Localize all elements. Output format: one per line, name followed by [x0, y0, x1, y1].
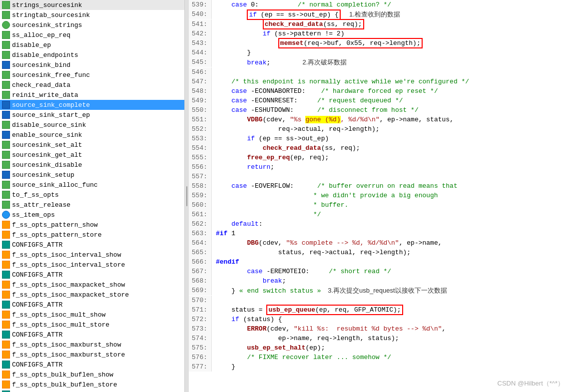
sidebar-item-1[interactable]: stringtab_sourcesink [0, 10, 184, 20]
line-content-569: } « end switch status » 3.再次提交usb_reques… [212, 286, 570, 296]
sidebar-icon-13 [2, 131, 10, 139]
sidebar: strings_sourcesinkstringtab_sourcesinkso… [0, 0, 185, 392]
sidebar-label-34: f_ss_opts_isoc_maxburst_show [12, 341, 121, 349]
sidebar-item-38[interactable]: f_ss_opts_bulk_buflen_store [0, 380, 184, 390]
sidebar-item-28[interactable]: f_ss_opts_isoc_maxpacket_show [0, 280, 184, 290]
code-line-568: 568: break; [189, 276, 570, 286]
sidebar-icon-0 [2, 1, 10, 9]
line-number-571: 571: [189, 305, 212, 315]
line-number-569: 569: [189, 286, 212, 295]
sidebar-item-15[interactable]: sourcesink_get_alt [0, 150, 184, 160]
line-number-553: 553: [189, 134, 212, 143]
sidebar-item-26[interactable]: f_ss_opts_isoc_interval_store [0, 260, 184, 270]
line-number-550: 550: [189, 105, 212, 115]
sidebar-item-6[interactable]: sourcesink_bind [0, 60, 184, 70]
resize-handle[interactable] [185, 0, 189, 392]
line-number-567: 567: [189, 267, 212, 276]
line-number-557: 557: [189, 172, 212, 181]
sidebar-item-21[interactable]: ss_item_ops [0, 210, 184, 220]
sidebar-item-31[interactable]: f_ss_opts_isoc_mult_show [0, 310, 184, 320]
line-number-549: 549: [189, 96, 212, 105]
sidebar-icon-38 [2, 381, 10, 389]
sidebar-item-0[interactable]: strings_sourcesink [0, 0, 184, 10]
sidebar-label-28: f_ss_opts_isoc_maxpacket_show [12, 281, 125, 289]
sidebar-icon-32 [2, 321, 10, 329]
sidebar-item-20[interactable]: ss_attr_release [0, 200, 184, 210]
sidebar-item-37[interactable]: f_ss_opts_bulk_buflen_show [0, 370, 184, 380]
line-content-572: if (status) { [212, 315, 570, 324]
sidebar-item-24[interactable]: CONFIGFS_ATTR [0, 240, 184, 250]
line-content-576: /* FIXME recover later ... somehow */ [212, 353, 570, 362]
sidebar-label-27: CONFIGFS_ATTR [12, 271, 62, 279]
line-number-556: 556: [189, 162, 212, 172]
sidebar-item-8[interactable]: check_read_data [0, 80, 184, 90]
sidebar-item-39[interactable]: CONFIGFS_ATTR [0, 390, 184, 392]
line-content-553: if (ep == ss->out_ep) [212, 134, 570, 143]
sidebar-label-17: sourcesink_setup [12, 171, 74, 179]
sidebar-item-33[interactable]: CONFIGFS_ATTR [0, 330, 184, 340]
sidebar-item-3[interactable]: ss_alloc_ep_req [0, 30, 184, 40]
sidebar-item-2[interactable]: sourcesink_strings [0, 20, 184, 30]
sidebar-item-25[interactable]: f_ss_opts_isoc_interval_show [0, 250, 184, 260]
sidebar-item-12[interactable]: disable_source_sink [0, 120, 184, 130]
sidebar-label-9: reinit_write_data [12, 91, 78, 99]
line-number-568: 568: [189, 276, 212, 286]
sidebar-item-23[interactable]: f_ss_opts_pattern_store [0, 230, 184, 240]
sidebar-icon-33 [2, 331, 10, 339]
line-content-545: break; 2.再次破坏数据 [212, 57, 570, 67]
sidebar-item-5[interactable]: disable_endpoints [0, 50, 184, 60]
line-number-540: 540: [189, 9, 212, 19]
code-line-562: 562: default: [189, 219, 570, 229]
line-content-573: ERROR(cdev, "kill %s: resubmit %d bytes … [212, 324, 570, 334]
code-line-577: 577: } [189, 362, 570, 372]
sidebar-item-34[interactable]: f_ss_opts_isoc_maxburst_show [0, 340, 184, 350]
sidebar-label-13: enable_source_sink [12, 131, 82, 139]
sidebar-item-27[interactable]: CONFIGFS_ATTR [0, 270, 184, 280]
sidebar-item-32[interactable]: f_ss_opts_isoc_mult_store [0, 320, 184, 330]
code-panel[interactable]: 539: case 0: /* normal completion? */540… [189, 0, 570, 392]
sidebar-item-16[interactable]: sourcesink_disable [0, 160, 184, 170]
sidebar-label-21: ss_item_ops [12, 211, 55, 219]
sidebar-item-7[interactable]: sourcesink_free_func [0, 70, 184, 80]
sidebar-item-36[interactable]: CONFIGFS_ATTR [0, 360, 184, 370]
sidebar-label-30: CONFIGFS_ATTR [12, 301, 62, 309]
line-content-563: #if 1 [212, 229, 570, 238]
sidebar-item-35[interactable]: f_ss_opts_isoc_maxburst_store [0, 350, 184, 360]
sidebar-item-9[interactable]: reinit_write_data [0, 90, 184, 100]
line-number-577: 577: [189, 362, 212, 372]
line-content-547: /* this endpoint is normally active whil… [212, 77, 570, 86]
sidebar-icon-29 [2, 291, 10, 299]
sidebar-item-17[interactable]: sourcesink_setup [0, 170, 184, 180]
code-line-564: 564: DBG(cdev, "%s complete --> %d, %d/%… [189, 238, 570, 248]
code-line-566: 566:#endif [189, 257, 570, 267]
sidebar-icon-34 [2, 341, 10, 349]
sidebar-item-14[interactable]: sourcesink_set_alt [0, 140, 184, 150]
line-content-577: } [212, 362, 570, 372]
sidebar-item-11[interactable]: source_sink_start_ep [0, 110, 184, 120]
sidebar-label-11: source_sink_start_ep [12, 111, 90, 119]
code-line-542: 542: if (ss->pattern != 2) [189, 29, 570, 38]
sidebar-item-18[interactable]: source_sink_alloc_func [0, 180, 184, 190]
line-content-571: status = usb_ep_queue(ep, req, GFP_ATOMI… [212, 305, 570, 315]
sidebar-item-22[interactable]: f_ss_opts_pattern_show [0, 220, 184, 230]
line-number-566: 566: [189, 257, 212, 267]
sidebar-icon-19 [2, 191, 10, 199]
sidebar-label-24: CONFIGFS_ATTR [12, 241, 62, 249]
code-line-574: 574: ep->name, req->length, status); [189, 334, 570, 343]
line-content-575: usb_ep_set_halt(ep); [212, 343, 570, 353]
sidebar-item-30[interactable]: CONFIGFS_ATTR [0, 300, 184, 310]
code-line-554: 554: check_read_data(ss, req); [189, 143, 570, 153]
line-number-546: 546: [189, 67, 212, 77]
sidebar-item-29[interactable]: f_ss_opts_isoc_maxpacket_store [0, 290, 184, 300]
line-content-555: free_ep_req(ep, req); [212, 153, 570, 162]
line-number-564: 564: [189, 238, 212, 248]
line-content-539: case 0: /* normal completion? */ [212, 0, 570, 9]
sidebar-icon-16 [2, 161, 10, 169]
sidebar-item-19[interactable]: to_f_ss_opts [0, 190, 184, 200]
sidebar-item-13[interactable]: enable_source_sink [0, 130, 184, 140]
sidebar-item-10[interactable]: source_sink_complete [0, 100, 184, 110]
sidebar-item-4[interactable]: disable_ep [0, 40, 184, 50]
sidebar-label-25: f_ss_opts_isoc_interval_show [12, 251, 121, 259]
sidebar-icon-35 [2, 351, 10, 359]
line-content-544: } [212, 48, 570, 57]
